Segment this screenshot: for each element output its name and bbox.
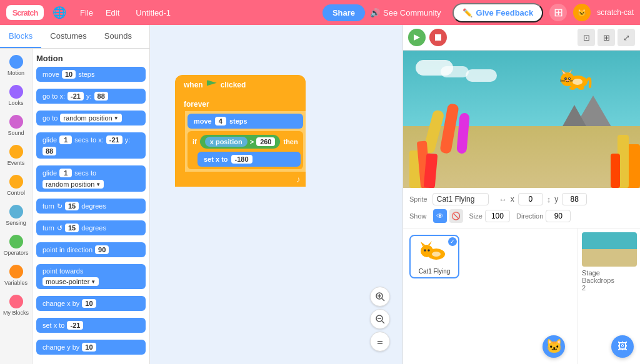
stage-small-button[interactable]: ⊡ — [578, 29, 595, 46]
myblocks-label: My Blocks — [3, 310, 29, 316]
sprite-thumb-name: Cat1 Flying — [413, 268, 456, 275]
show-hidden-button[interactable]: 🚫 — [449, 209, 463, 223]
arrow-icon: ↔ — [499, 195, 507, 204]
set-x-value: -180 — [231, 155, 252, 164]
block-set-x[interactable]: set x to -21 — [36, 318, 146, 333]
cat-control[interactable]: Control — [1, 171, 31, 200]
backdrop-add-icon: 🖼 — [618, 341, 628, 352]
show-label: Show — [409, 212, 427, 220]
project-title[interactable]: Untitled-1 — [136, 8, 318, 17]
move-block[interactable]: move 4 steps — [188, 114, 303, 129]
file-menu[interactable]: File — [74, 8, 99, 17]
x-input[interactable] — [518, 193, 543, 205]
community-link[interactable]: 🔊 See Community — [370, 8, 441, 17]
edit-menu[interactable]: Edit — [99, 8, 126, 17]
looks-label: Looks — [8, 100, 23, 106]
sprite-row-1: Sprite ↔ x ↕ y — [409, 193, 634, 205]
feedback-button[interactable]: ✏️ Give Feedback — [452, 3, 544, 22]
globe-icon[interactable]: 🌐 — [52, 6, 66, 19]
block-point-towards[interactable]: point towards mouse-pointer ▼ — [36, 264, 146, 289]
stage-fullscreen-button[interactable]: ⤢ — [618, 29, 635, 46]
block-move[interactable]: move 10 steps — [36, 67, 146, 82]
cat-operators[interactable]: Operators — [1, 231, 31, 260]
scratch-logo[interactable]: Scratch — [6, 5, 44, 20]
tab-blocks[interactable]: Blocks — [0, 25, 41, 48]
show-icons: 👁 🚫 — [433, 209, 463, 223]
block-change-x[interactable]: change x by 10 — [36, 296, 146, 311]
zoom-reset-button[interactable] — [370, 332, 390, 352]
sprite-info: Sprite ↔ x ↕ y Show 👁 🚫 Size — [403, 188, 640, 229]
sensing-label: Sensing — [6, 220, 26, 226]
topbar-nav: File Edit — [74, 8, 126, 17]
forever-block[interactable]: forever move 4 steps — [175, 95, 306, 187]
script-container: when clicked forever move 4 — [175, 75, 306, 187]
add-sprite-button[interactable]: 🐱 — [542, 335, 565, 358]
svg-point-13 — [564, 77, 567, 80]
if-block[interactable]: if x position > 260 then — [188, 131, 303, 169]
svg-point-23 — [578, 86, 584, 90]
cat-myblocks[interactable]: My Blocks — [1, 291, 31, 320]
tab-costumes[interactable]: Costumes — [41, 25, 96, 48]
sprite-thumb-cat[interactable]: ✓ Cat1 Flying — [409, 235, 459, 278]
sprite-thumb-image — [416, 239, 453, 267]
stage-thumbnail[interactable] — [582, 232, 637, 267]
events-label: Events — [8, 160, 25, 166]
svg-point-14 — [568, 77, 571, 80]
svg-point-28 — [421, 245, 433, 257]
block-goto-random[interactable]: go to random position ▼ — [36, 111, 146, 125]
block-goto-xy[interactable]: go to x: -21 y: 88 — [36, 89, 146, 104]
cat-variables[interactable]: Variables — [1, 261, 31, 290]
stage-layout-buttons: ⊡ ⊞ ⤢ — [578, 29, 635, 46]
avatar[interactable]: 🐱 — [573, 4, 591, 21]
direction-label: Direction — [516, 212, 543, 220]
set-x-block[interactable]: set x to -180 — [198, 152, 301, 167]
tab-sounds[interactable]: Sounds — [96, 25, 141, 48]
add-backdrop-button[interactable]: 🖼 — [611, 335, 634, 358]
cat-motion[interactable]: Motion — [1, 51, 31, 80]
zoom-out-button[interactable] — [370, 309, 390, 329]
when-label: when — [184, 81, 203, 89]
svg-point-22 — [569, 86, 576, 90]
cat-sensing[interactable]: Sensing — [1, 201, 31, 230]
sprite-name-input[interactable] — [432, 193, 489, 205]
block-glide-xy[interactable]: glide 1 secs to x: -21 y: 88 — [36, 132, 146, 159]
size-input[interactable] — [485, 210, 510, 222]
condition-value: 260 — [256, 137, 275, 146]
zoom-in-icon — [375, 292, 385, 302]
zoom-reset-icon — [375, 337, 385, 347]
window-icon[interactable]: ⊞ — [549, 4, 567, 21]
y-input[interactable] — [562, 193, 587, 205]
backdrops-label: Backdrops — [582, 277, 636, 284]
direction-input[interactable] — [546, 210, 571, 222]
zoom-in-button[interactable] — [370, 287, 390, 307]
cat-sound[interactable]: Sound — [1, 111, 31, 140]
stop-button[interactable] — [429, 29, 447, 46]
block-glide-random[interactable]: glide 1 secs to random position ▼ — [36, 165, 146, 192]
block-turn-ccw[interactable]: turn ↺ 15 degrees — [36, 220, 146, 235]
variables-label: Variables — [4, 280, 28, 286]
block-turn-cw[interactable]: turn ↻ 15 degrees — [36, 199, 146, 214]
sprite-label: Sprite — [409, 195, 428, 203]
stage-header: ⊡ ⊞ ⤢ — [403, 25, 640, 51]
share-button[interactable]: Share — [322, 4, 365, 21]
svg-point-33 — [428, 249, 430, 252]
svg-point-32 — [424, 249, 426, 252]
show-visible-button[interactable]: 👁 — [433, 209, 447, 223]
block-point-direction[interactable]: point in direction 90 — [36, 242, 146, 257]
x-label: x — [511, 195, 514, 204]
block-change-y[interactable]: change y by 10 — [36, 340, 146, 355]
move-value: 4 — [215, 117, 226, 125]
svg-marker-12 — [569, 69, 572, 73]
cat-looks[interactable]: Looks — [1, 81, 31, 110]
forever-inner: move 4 steps if x position > — [185, 111, 306, 172]
flag-icon — [207, 80, 217, 90]
code-area[interactable]: when clicked forever move 4 — [150, 25, 402, 364]
hat-block[interactable]: when clicked — [175, 75, 306, 95]
username-label: scratch-cat — [597, 8, 634, 17]
topbar: Scratch 🌐 File Edit Untitled-1 Share 🔊 S… — [0, 0, 640, 25]
cat-events[interactable]: Events — [1, 141, 31, 170]
svg-point-10 — [561, 72, 574, 86]
green-flag-button[interactable] — [408, 29, 426, 46]
stage-normal-button[interactable]: ⊞ — [598, 29, 615, 46]
plant-right-3 — [611, 154, 620, 188]
